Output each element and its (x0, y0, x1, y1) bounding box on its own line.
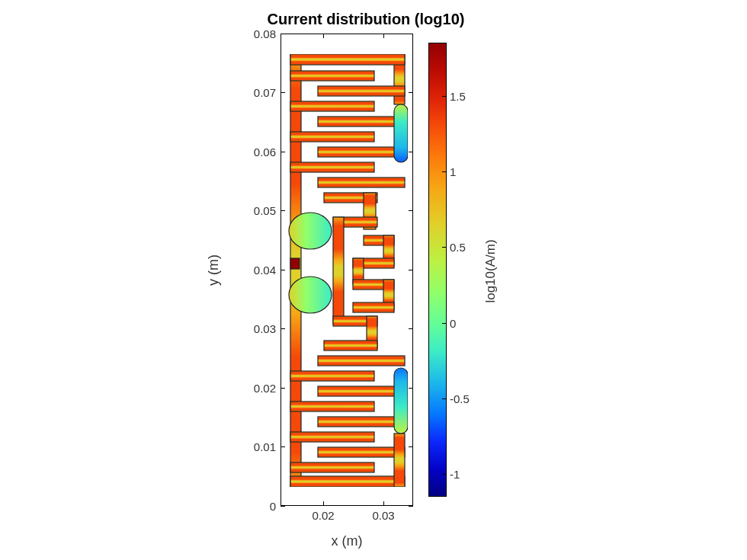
colorbar-tick-label: 0 (450, 317, 456, 330)
svg-rect-9 (290, 162, 374, 172)
svg-rect-2 (290, 54, 405, 65)
colorbar-tick-label: -1 (450, 468, 460, 481)
svg-rect-5 (290, 101, 374, 111)
svg-rect-27 (318, 386, 405, 396)
svg-rect-25 (318, 356, 405, 366)
svg-point-35 (289, 213, 332, 249)
svg-rect-29 (318, 417, 405, 427)
x-axis-label: x (m) (281, 533, 413, 549)
svg-rect-32 (290, 462, 374, 472)
y-tick-label: 0.03 (242, 322, 276, 335)
svg-rect-10 (318, 178, 405, 187)
y-tick-label: 0.01 (242, 440, 276, 453)
svg-rect-21 (353, 302, 394, 312)
colorbar-tick-label: 0.5 (450, 241, 466, 254)
svg-rect-31 (318, 447, 405, 457)
y-tick-label: 0.06 (242, 146, 276, 158)
colorbar-gradient (429, 43, 446, 496)
svg-rect-6 (318, 117, 405, 126)
svg-point-36 (289, 277, 332, 313)
svg-rect-8 (318, 147, 405, 157)
x-tick-label: 0.03 (372, 509, 394, 522)
svg-rect-33 (290, 476, 405, 487)
svg-rect-3 (290, 71, 374, 81)
colorbar-tick-label: 1.5 (450, 90, 466, 103)
y-tick-label: 0.05 (242, 204, 276, 217)
y-axis-label: y (m) (229, 34, 244, 506)
svg-rect-14 (333, 217, 344, 324)
y-tick-label: 0 (242, 500, 276, 513)
svg-rect-7 (290, 132, 374, 142)
svg-rect-0 (290, 54, 301, 487)
colorbar-label: log10(A/m) (489, 43, 505, 497)
y-tick-label: 0.07 (242, 86, 276, 99)
svg-rect-28 (290, 402, 374, 411)
colorbar (428, 43, 447, 497)
plot-axes (281, 34, 413, 506)
y-tick-label: 0.02 (242, 382, 276, 395)
current-distribution-surface (287, 54, 408, 487)
svg-rect-39 (394, 368, 408, 434)
figure: Current distribution (log10) (0, 0, 747, 560)
svg-rect-4 (318, 86, 405, 96)
y-tick-label: 0.08 (242, 27, 276, 40)
y-tick-label: 0.04 (242, 264, 276, 277)
svg-rect-34 (394, 434, 405, 487)
svg-rect-37 (290, 258, 300, 269)
svg-rect-24 (324, 341, 377, 350)
x-tick-label: 0.02 (312, 509, 334, 522)
svg-rect-30 (290, 432, 374, 442)
svg-rect-26 (290, 371, 374, 381)
colorbar-tick-label: -0.5 (450, 392, 470, 405)
chart-title: Current distribution (log10) (259, 11, 473, 28)
svg-rect-38 (394, 104, 408, 162)
colorbar-tick-label: 1 (450, 165, 456, 178)
